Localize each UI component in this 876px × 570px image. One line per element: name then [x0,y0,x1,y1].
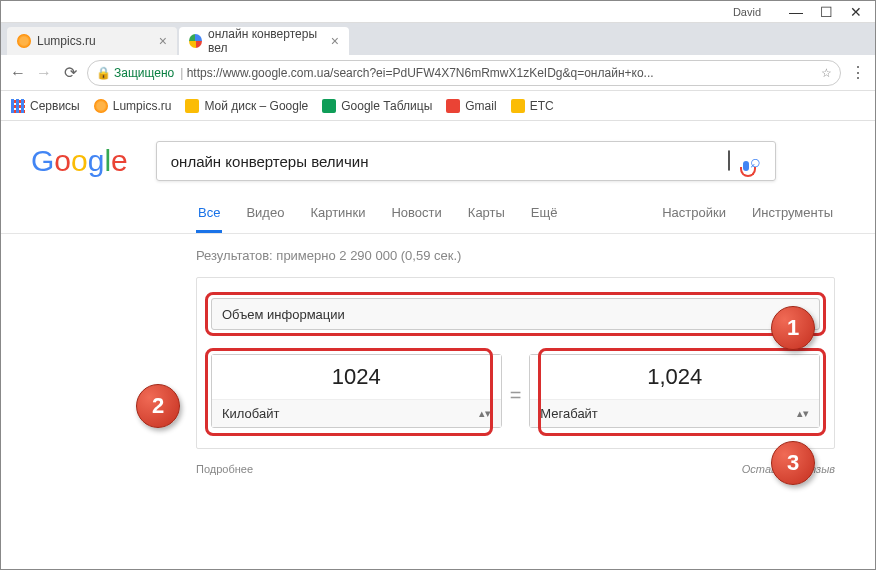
bookmark-label: Lumpics.ru [113,99,172,113]
converter-card: Объем информации ▴▾ Килобайт ▴▾ = Мегаба… [196,277,835,449]
bookmark-etc[interactable]: ETC [511,99,554,113]
reload-button[interactable]: ⟳ [61,64,79,82]
google-logo[interactable]: Google [31,144,128,178]
minimize-button[interactable]: — [781,4,811,20]
bookmark-drive[interactable]: Мой диск – Google [185,99,308,113]
lock-icon: 🔒 [96,66,111,80]
orange-favicon-icon [94,99,108,113]
secure-label: Защищено [114,66,174,80]
bookmark-gmail[interactable]: Gmail [446,99,496,113]
tab-label: онлайн конвертеры вел [208,27,331,55]
bookmark-sheets[interactable]: Google Таблицы [322,99,432,113]
tab-label: Lumpics.ru [37,34,96,48]
folder-icon [511,99,525,113]
tab-google[interactable]: онлайн конвертеры вел × [179,27,349,55]
annotation-bubble-3: 3 [771,441,815,485]
search-tabs: Все Видео Картинки Новости Карты Ещё Нас… [1,195,875,234]
card-footer: Подробнее Оставить отзыв [196,455,835,475]
annotation-bubble-1: 1 [771,306,815,350]
bookmark-label: Мой диск – Google [204,99,308,113]
close-window-button[interactable]: ✕ [841,4,871,20]
tab-tools[interactable]: Инструменты [750,195,835,233]
tab-lumpics[interactable]: Lumpics.ru × [7,27,177,55]
equals-label: = [510,384,522,407]
search-header: Google ⌕ [1,121,875,195]
window-titlebar: David — ☐ ✕ [1,1,875,23]
bookmark-label: Google Таблицы [341,99,432,113]
drive-icon [185,99,199,113]
maximize-button[interactable]: ☐ [811,4,841,20]
tab-images[interactable]: Картинки [308,195,367,233]
highlight-1 [205,292,826,336]
menu-button[interactable]: ⋮ [849,64,867,82]
close-tab-icon[interactable]: × [331,33,339,49]
secure-badge: 🔒 Защищено [96,66,174,80]
highlight-3 [538,348,826,436]
bookmark-lumpics[interactable]: Lumpics.ru [94,99,172,113]
bookmark-label: ETC [530,99,554,113]
close-tab-icon[interactable]: × [159,33,167,49]
sheets-icon [322,99,336,113]
bookmark-label: Gmail [465,99,496,113]
annotation-bubble-2: 2 [136,384,180,428]
url-bar[interactable]: 🔒 Защищено | https://www.google.com.ua/s… [87,60,841,86]
results-count: Результатов: примерно 2 290 000 (0,59 се… [1,234,875,263]
apps-button[interactable]: Сервисы [11,99,80,113]
tab-maps[interactable]: Карты [466,195,507,233]
browser-tabs: Lumpics.ru × онлайн конвертеры вел × [1,23,875,55]
search-box[interactable]: ⌕ [156,141,776,181]
back-button[interactable]: ← [9,64,27,82]
apps-icon [11,99,25,113]
bookmark-star-icon[interactable]: ☆ [821,66,832,80]
google-favicon-icon [189,34,202,48]
page-content: Google ⌕ Все Видео Картинки Новости Карт… [1,121,875,570]
keyboard-icon[interactable] [728,151,730,171]
bookmarks-bar: Сервисы Lumpics.ru Мой диск – Google Goo… [1,91,875,121]
tab-all[interactable]: Все [196,195,222,233]
search-input[interactable] [171,153,718,170]
bookmark-label: Сервисы [30,99,80,113]
tab-settings[interactable]: Настройки [660,195,728,233]
highlight-2 [205,348,493,436]
tab-video[interactable]: Видео [244,195,286,233]
tab-more[interactable]: Ещё [529,195,560,233]
orange-favicon-icon [17,34,31,48]
url-text: https://www.google.com.ua/search?ei=PdUF… [187,66,654,80]
address-bar-row: ← → ⟳ 🔒 Защищено | https://www.google.co… [1,55,875,91]
forward-button[interactable]: → [35,64,53,82]
window-user: David [733,6,761,18]
more-link[interactable]: Подробнее [196,463,253,475]
tab-news[interactable]: Новости [389,195,443,233]
gmail-icon [446,99,460,113]
